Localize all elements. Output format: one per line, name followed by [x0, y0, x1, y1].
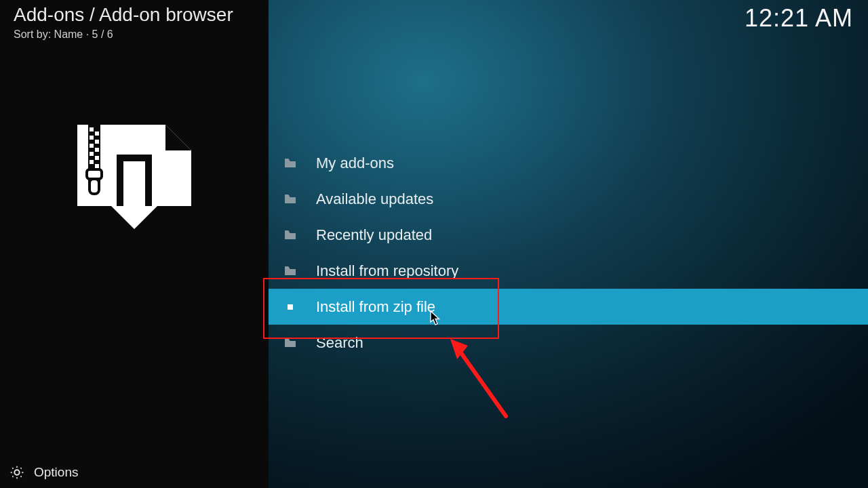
folder-icon [285, 338, 296, 348]
menu-list: My add-onsAvailable updatesRecently upda… [269, 145, 868, 361]
svg-rect-11 [87, 169, 102, 179]
svg-rect-18 [288, 304, 293, 310]
menu-item-recently-updated[interactable]: Recently updated [269, 217, 868, 253]
right-panel: 12:21 AM My add-onsAvailable updatesRece… [269, 0, 868, 488]
svg-rect-2 [95, 131, 99, 136]
menu-item-label: Recently updated [316, 226, 432, 244]
folder-icon [285, 266, 296, 276]
options-label: Options [34, 465, 78, 480]
svg-rect-9 [90, 160, 94, 164]
menu-item-label: Install from zip file [316, 298, 435, 316]
folder-icon [285, 195, 296, 204]
menu-item-label: Search [316, 334, 363, 352]
left-panel: Add-ons / Add-on browser Sort by: Name ·… [0, 0, 269, 488]
options-button[interactable]: Options [0, 457, 269, 488]
addon-installer-icon [75, 125, 194, 244]
menu-item-search[interactable]: Search [269, 325, 868, 361]
clock: 12:21 AM [745, 4, 853, 33]
breadcrumb: Add-ons / Add-on browser [14, 4, 233, 26]
menu-item-install-from-zip-file[interactable]: Install from zip file [269, 289, 868, 325]
svg-point-13 [14, 470, 19, 474]
screen: Add-ons / Add-on browser Sort by: Name ·… [0, 0, 868, 488]
svg-rect-8 [95, 156, 99, 160]
options-icon [9, 465, 24, 480]
folder-icon [285, 230, 296, 240]
menu-item-label: Available updates [316, 190, 433, 208]
svg-rect-1 [90, 127, 94, 131]
svg-rect-3 [90, 136, 94, 140]
svg-rect-7 [90, 152, 94, 156]
svg-rect-12 [90, 179, 99, 194]
menu-item-available-updates[interactable]: Available updates [269, 181, 868, 217]
svg-rect-5 [90, 144, 94, 148]
menu-item-my-add-ons[interactable]: My add-ons [269, 145, 868, 181]
menu-item-label: My add-ons [316, 155, 394, 172]
svg-rect-4 [95, 140, 99, 144]
menu-item-label: Install from repository [316, 262, 458, 280]
sort-line: Sort by: Name · 5 / 6 [14, 28, 113, 41]
svg-rect-10 [95, 164, 99, 168]
svg-rect-6 [95, 148, 99, 152]
menu-item-install-from-repository[interactable]: Install from repository [269, 253, 868, 289]
selected-indicator-icon [285, 302, 296, 312]
folder-icon [285, 159, 296, 168]
